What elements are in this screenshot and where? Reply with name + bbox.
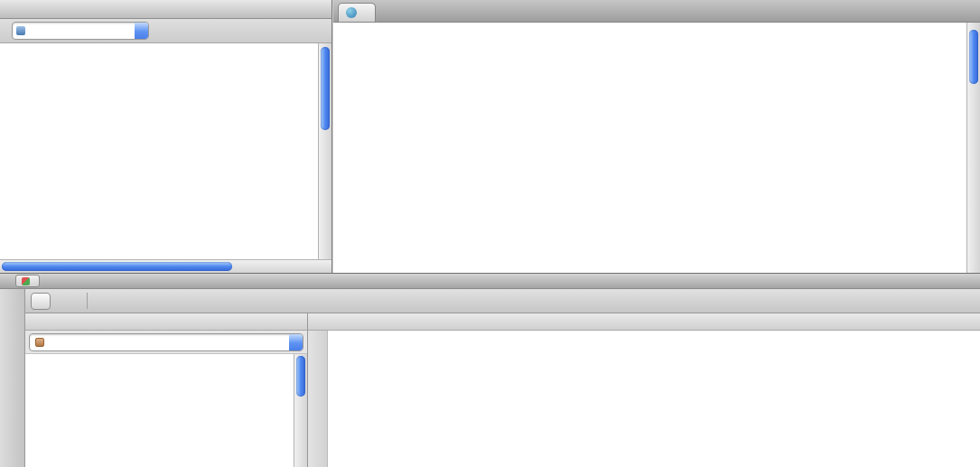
variables-body	[308, 331, 980, 467]
thread-row	[25, 331, 307, 354]
separator	[87, 293, 88, 309]
project-view-icon	[16, 26, 25, 35]
debug-tool-window	[0, 273, 980, 467]
variables-toolbar	[308, 331, 328, 467]
debug-left-toolbar	[0, 289, 25, 467]
thread-icon	[35, 338, 44, 347]
variables-header	[308, 313, 980, 331]
project-tool-window	[0, 0, 332, 273]
editor-pane	[333, 0, 980, 273]
thread-select[interactable]	[29, 333, 303, 351]
variables-panel	[308, 313, 980, 467]
debug-main	[25, 289, 980, 467]
combo-stepper-icon[interactable]	[135, 23, 148, 39]
debug-body	[0, 289, 980, 467]
project-tree	[0, 43, 318, 259]
view-as-bar	[0, 19, 331, 43]
project-vertical-scrollbar[interactable]	[318, 43, 331, 259]
scrollbar-thumb[interactable]	[321, 47, 330, 130]
debug-title-bar	[0, 274, 980, 289]
editor-vertical-scrollbar[interactable]	[966, 23, 980, 273]
debug-panels	[25, 313, 980, 467]
tab-console[interactable]	[52, 293, 79, 310]
frames-header	[25, 313, 307, 331]
junit-config-icon	[22, 277, 30, 285]
combo-stepper-icon[interactable]	[289, 334, 303, 350]
scrollbar-thumb[interactable]	[969, 30, 978, 84]
ide-window	[0, 0, 980, 467]
code-editor[interactable]	[333, 23, 966, 273]
view-as-select[interactable]	[12, 22, 149, 40]
java-class-icon	[346, 7, 357, 18]
tab-debugger[interactable]	[31, 293, 51, 310]
editor-tab-bar	[333, 0, 980, 23]
frames-panel	[25, 313, 308, 467]
debug-session-tab[interactable]	[15, 275, 40, 287]
frames-vertical-scrollbar[interactable]	[294, 354, 307, 467]
editor-tab[interactable]	[338, 3, 376, 22]
project-horizontal-scrollbar[interactable]	[0, 259, 331, 273]
frames-list	[25, 354, 294, 467]
scrollbar-thumb[interactable]	[2, 262, 232, 271]
project-header	[0, 0, 331, 19]
variables-list	[328, 331, 980, 467]
scrollbar-thumb[interactable]	[296, 356, 305, 397]
debug-toolbar	[25, 289, 980, 313]
